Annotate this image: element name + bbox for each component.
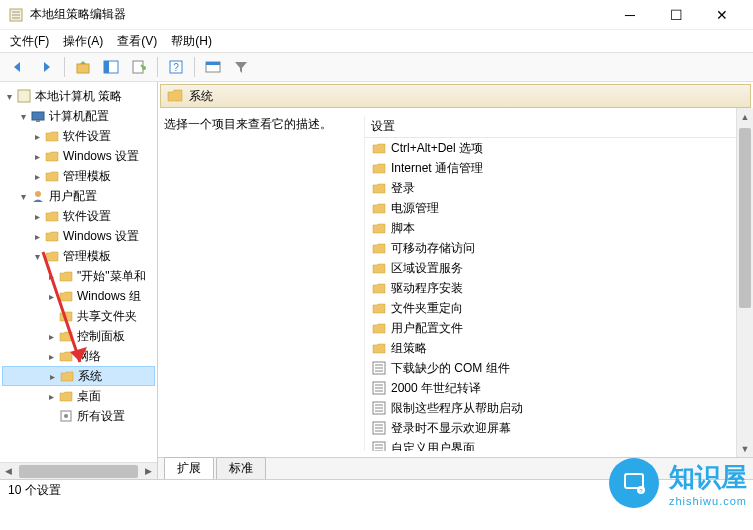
svg-rect-15 (36, 120, 40, 122)
back-button[interactable] (6, 55, 30, 79)
expander-icon[interactable]: ▾ (30, 251, 44, 262)
tree-computer-config[interactable]: ▾ 计算机配置 (2, 106, 155, 126)
expander-icon[interactable]: ▸ (30, 131, 44, 142)
properties-button[interactable] (127, 55, 151, 79)
list-item[interactable]: 自定义用户界面 (365, 438, 747, 451)
menu-view[interactable]: 查看(V) (117, 33, 157, 50)
expander-icon[interactable]: ▾ (2, 91, 16, 102)
folder-icon (58, 388, 74, 404)
list-item[interactable]: 限制这些程序从帮助启动 (365, 398, 747, 418)
svg-point-8 (142, 66, 146, 70)
folder-icon (44, 148, 60, 164)
expander-icon[interactable]: ▸ (44, 351, 58, 362)
tree-item[interactable]: ▸ 所有设置 (2, 406, 155, 426)
folder-icon (371, 260, 387, 276)
list-item[interactable]: 组策略 (365, 338, 747, 358)
content-header: 系统 (160, 84, 751, 108)
tab-extended[interactable]: 扩展 (164, 457, 214, 479)
list-item-label: 自定义用户界面 (391, 440, 475, 452)
tree-item[interactable]: ▸ "开始"菜单和 (2, 266, 155, 286)
scroll-down-icon[interactable]: ▼ (737, 440, 753, 457)
tree-root[interactable]: ▾ 本地计算机 策略 (2, 86, 155, 106)
tree-item[interactable]: ▸ 桌面 (2, 386, 155, 406)
list-item[interactable]: 登录时不显示欢迎屏幕 (365, 418, 747, 438)
list-item[interactable]: 2000 年世纪转译 (365, 378, 747, 398)
tree-item[interactable]: ▸ 共享文件夹 (2, 306, 155, 326)
scroll-up-icon[interactable]: ▲ (737, 108, 753, 125)
list-item-label: Ctrl+Alt+Del 选项 (391, 140, 483, 157)
list-item[interactable]: 区域设置服务 (365, 258, 747, 278)
folder-icon (371, 160, 387, 176)
list-item[interactable]: 脚本 (365, 218, 747, 238)
scroll-left-icon[interactable]: ◀ (0, 466, 17, 476)
tree-label: 桌面 (77, 388, 101, 405)
setting-icon (371, 440, 387, 451)
list-item[interactable]: Internet 通信管理 (365, 158, 747, 178)
settings-list[interactable]: 设置 Ctrl+Alt+Del 选项Internet 通信管理登录电源管理脚本可… (364, 116, 747, 451)
minimize-button[interactable]: ─ (607, 0, 653, 30)
scrollbar-thumb[interactable] (739, 128, 751, 308)
help-button[interactable]: ? (164, 55, 188, 79)
setting-icon (371, 360, 387, 376)
toolbar-separator (194, 57, 195, 77)
expander-icon[interactable]: ▾ (16, 191, 30, 202)
expander-icon[interactable]: ▸ (44, 271, 58, 282)
menu-file[interactable]: 文件(F) (10, 33, 49, 50)
list-item[interactable]: Ctrl+Alt+Del 选项 (365, 138, 747, 158)
policy-icon (16, 88, 32, 104)
expander-icon[interactable]: ▸ (30, 171, 44, 182)
folder-icon (58, 288, 74, 304)
list-item[interactable]: 可移动存储访问 (365, 238, 747, 258)
list-item-label: 用户配置文件 (391, 320, 463, 337)
tree-item[interactable]: ▸ 软件设置 (2, 206, 155, 226)
tree-item[interactable]: ▸ 控制面板 (2, 326, 155, 346)
expander-icon[interactable]: ▸ (44, 391, 58, 402)
tree-item[interactable]: ▸ 网络 (2, 346, 155, 366)
expander-icon[interactable]: ▸ (30, 151, 44, 162)
tree-item[interactable]: ▾ 管理模板 (2, 246, 155, 266)
filter-button[interactable] (229, 55, 253, 79)
tree-user-config[interactable]: ▾ 用户配置 (2, 186, 155, 206)
tree-item[interactable]: ▸ Windows 设置 (2, 226, 155, 246)
close-button[interactable]: ✕ (699, 0, 745, 30)
expander-icon[interactable]: ▸ (30, 211, 44, 222)
list-item[interactable]: 登录 (365, 178, 747, 198)
list-item[interactable]: 电源管理 (365, 198, 747, 218)
tree-label: 本地计算机 策略 (35, 88, 122, 105)
show-hide-tree-button[interactable] (99, 55, 123, 79)
list-item-label: 脚本 (391, 220, 415, 237)
tree-horizontal-scrollbar[interactable]: ◀ ▶ (0, 462, 157, 479)
tree-item[interactable]: ▸ 管理模板 (2, 166, 155, 186)
expander-icon[interactable]: ▸ (44, 291, 58, 302)
list-item[interactable]: 下载缺少的 COM 组件 (365, 358, 747, 378)
tree-panel[interactable]: ▾ 本地计算机 策略 ▾ 计算机配置 ▸ 软件设置 ▸ Windows 设置 ▸… (0, 82, 158, 479)
tree-item-system[interactable]: ▸ 系统 (2, 366, 155, 386)
expander-icon[interactable]: ▸ (44, 331, 58, 342)
list-column-header[interactable]: 设置 (365, 116, 747, 138)
expander-icon[interactable]: ▸ (30, 231, 44, 242)
vertical-scrollbar[interactable]: ▲ ▼ (736, 108, 753, 457)
svg-rect-12 (206, 62, 220, 65)
tab-standard[interactable]: 标准 (216, 457, 266, 479)
app-icon (8, 7, 24, 23)
scroll-right-icon[interactable]: ▶ (140, 466, 157, 476)
options-button[interactable] (201, 55, 225, 79)
maximize-button[interactable]: ☐ (653, 0, 699, 30)
list-item[interactable]: 文件夹重定向 (365, 298, 747, 318)
tree-item[interactable]: ▸ 软件设置 (2, 126, 155, 146)
menu-help[interactable]: 帮助(H) (171, 33, 212, 50)
tree-item[interactable]: ▸ Windows 组 (2, 286, 155, 306)
forward-button[interactable] (34, 55, 58, 79)
menu-action[interactable]: 操作(A) (63, 33, 103, 50)
list-item[interactable]: 驱动程序安装 (365, 278, 747, 298)
tree-label: 网络 (77, 348, 101, 365)
setting-icon (371, 380, 387, 396)
folder-icon (371, 140, 387, 156)
expander-icon[interactable]: ▸ (45, 371, 59, 382)
watermark: ? 知识屋 zhishiwu.com (609, 458, 747, 508)
expander-icon[interactable]: ▾ (16, 111, 30, 122)
up-button[interactable] (71, 55, 95, 79)
list-item[interactable]: 用户配置文件 (365, 318, 747, 338)
scrollbar-thumb[interactable] (19, 465, 138, 478)
tree-item[interactable]: ▸ Windows 设置 (2, 146, 155, 166)
